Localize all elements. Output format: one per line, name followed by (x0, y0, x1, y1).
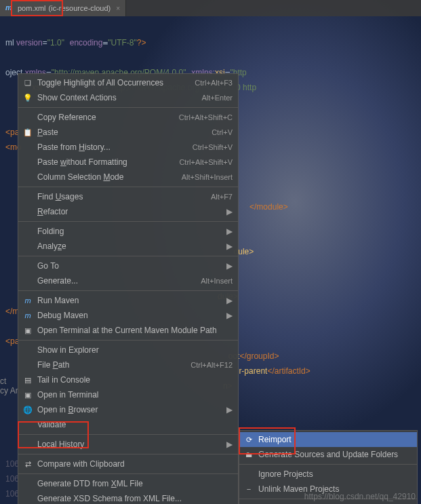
chevron-right-icon: ▶ (226, 405, 233, 414)
menu-copy-reference[interactable]: Copy ReferenceCtrl+Alt+Shift+C (18, 110, 238, 125)
menu-generate[interactable]: Generate...Alt+Insert (18, 273, 238, 288)
chevron-right-icon: ▶ (226, 311, 233, 320)
terminal-icon: ▣ (22, 391, 33, 400)
unlink-icon: − (243, 485, 254, 493)
menu-refactor[interactable]: Refactor▶ (18, 204, 238, 219)
chevron-right-icon: ▶ (226, 241, 233, 251)
menu-find-usages[interactable]: Find UsagesAlt+F7 (18, 189, 238, 204)
menu-toggle-highlight[interactable]: ❏Toggle Highlight of All OccurrencesCtrl… (18, 75, 238, 90)
chevron-right-icon: ▶ (226, 440, 233, 449)
folder-icon: 🖿 (243, 450, 254, 459)
chevron-right-icon: ▶ (226, 227, 233, 236)
chevron-right-icon: ▶ (226, 261, 233, 271)
menu-compare-clipboard[interactable]: ⇄Compare with Clipboard (18, 457, 238, 471)
menu-file-path[interactable]: File PathCtrl+Alt+F12 (18, 357, 238, 372)
reimport-icon: ⟳ (243, 435, 254, 444)
menu-paste[interactable]: 📋PasteCtrl+V (18, 125, 238, 140)
submenu-generate-sources[interactable]: 🖿Generate Sources and Update Folders (239, 447, 417, 462)
menu-debug-maven[interactable]: mDebug Maven▶ (18, 308, 238, 323)
highlight-icon: ❏ (22, 79, 33, 88)
tab-suffix: (ic-resource-cloud) (49, 4, 111, 12)
close-icon[interactable]: × (116, 5, 120, 12)
menu-open-terminal-maven[interactable]: ▣Open Terminal at the Current Maven Modu… (18, 323, 238, 338)
submenu-reimport[interactable]: ⟳Reimport (239, 432, 417, 447)
menu-open-terminal[interactable]: ▣Open in Terminal (18, 387, 238, 402)
menu-column-select[interactable]: Column Selection ModeAlt+Shift+Insert (18, 170, 238, 185)
maven-icon: m (5, 3, 15, 13)
terminal-icon: ▣ (22, 326, 33, 335)
menu-gen-dtd[interactable]: Generate DTD from XML File (18, 476, 238, 491)
tab-bar: m pom.xml (ic-resource-cloud) × (0, 0, 421, 16)
compare-icon: ⇄ (22, 460, 33, 469)
menu-context-actions[interactable]: 💡Show Context ActionsAlt+Enter (18, 90, 238, 105)
tab-filename: pom.xml (18, 4, 46, 12)
menu-gen-xsd[interactable]: Generate XSD Schema from XML File... (18, 491, 238, 504)
chevron-right-icon: ▶ (226, 296, 233, 305)
menu-open-browser[interactable]: 🌐Open in Browser▶ (18, 402, 238, 417)
maven-debug-icon: m (22, 311, 33, 319)
menu-paste-history[interactable]: Paste from History...Ctrl+Shift+V (18, 140, 238, 155)
context-menu: ❏Toggle Highlight of All OccurrencesCtrl… (18, 73, 239, 504)
bulb-icon: 💡 (22, 94, 33, 102)
menu-run-maven[interactable]: mRun Maven▶ (18, 293, 238, 308)
submenu-ignore[interactable]: Ignore Projects (239, 467, 417, 482)
menu-tail-console[interactable]: ▤Tail in Console (18, 372, 238, 387)
submenu-open-settings[interactable]: Open 'settings.xml' (239, 501, 417, 504)
maven-icon: m (22, 296, 33, 305)
menu-show-explorer[interactable]: Show in Explorer (18, 343, 238, 357)
globe-icon: 🌐 (22, 406, 33, 414)
menu-paste-noformat[interactable]: Paste without FormattingCtrl+Alt+Shift+V (18, 155, 238, 170)
menu-goto[interactable]: Go To▶ (18, 258, 238, 273)
menu-validate[interactable]: Validate (18, 417, 238, 432)
menu-folding[interactable]: Folding▶ (18, 224, 238, 239)
menu-local-history[interactable]: Local History▶ (18, 437, 238, 452)
menu-analyze[interactable]: Analyze▶ (18, 239, 238, 254)
watermark: https://blog.csdn.net/qq_42910 (304, 492, 416, 501)
chevron-right-icon: ▶ (226, 207, 233, 216)
file-tab[interactable]: m pom.xml (ic-resource-cloud) × (0, 0, 126, 16)
console-icon: ▤ (22, 376, 33, 385)
line-numbers: 106106106 (0, 457, 19, 501)
paste-icon: 📋 (22, 128, 33, 137)
